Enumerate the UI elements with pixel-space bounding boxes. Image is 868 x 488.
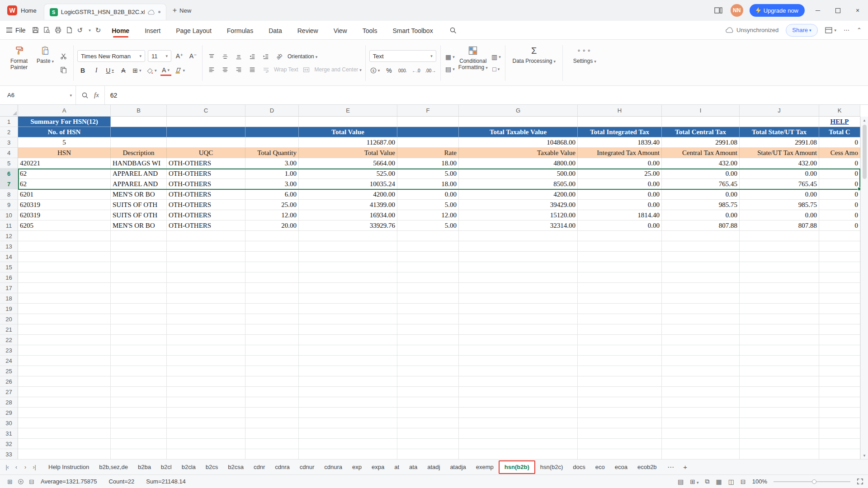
- cell-I11[interactable]: 807.88: [662, 221, 740, 231]
- cell-J10[interactable]: 0.00: [740, 210, 819, 221]
- cell-G1[interactable]: [459, 117, 578, 127]
- cell-C23[interactable]: [167, 345, 245, 356]
- cell-F1[interactable]: [397, 117, 459, 127]
- cell-E8[interactable]: 4200.00: [299, 189, 397, 200]
- increase-indent-icon[interactable]: [260, 52, 271, 61]
- cell-G25[interactable]: [459, 366, 578, 376]
- cell-A12[interactable]: [18, 231, 111, 241]
- column-header-J[interactable]: J: [740, 105, 819, 117]
- row-header-11[interactable]: 11: [0, 221, 18, 231]
- user-avatar[interactable]: NN: [731, 4, 743, 17]
- column-header-D[interactable]: D: [245, 105, 299, 117]
- cell-H10[interactable]: 1814.40: [578, 210, 662, 221]
- close-button[interactable]: ×: [851, 4, 864, 17]
- cell-H19[interactable]: [578, 304, 662, 314]
- cell-E9[interactable]: 41399.00: [299, 200, 397, 210]
- select-all-corner[interactable]: [0, 105, 18, 117]
- cell-A21[interactable]: [18, 324, 111, 335]
- cell-G19[interactable]: [459, 304, 578, 314]
- row-header-2[interactable]: 2: [0, 127, 18, 137]
- menu-tab-view[interactable]: View: [333, 23, 348, 38]
- align-bottom-icon[interactable]: [233, 52, 244, 61]
- cell-J5[interactable]: 432.00: [740, 158, 819, 169]
- cell-K1[interactable]: HELP: [819, 117, 860, 127]
- sheet-tab-exemp[interactable]: exemp: [471, 460, 499, 474]
- cell-J32[interactable]: [740, 439, 819, 449]
- cell-K28[interactable]: [819, 397, 860, 408]
- file-menu[interactable]: File: [6, 27, 26, 34]
- cell-F6[interactable]: 5.00: [397, 169, 459, 179]
- more-options-icon[interactable]: ⋯: [844, 27, 849, 33]
- cell-E29[interactable]: [299, 408, 397, 418]
- cell-I22[interactable]: [662, 335, 740, 345]
- cell-A16[interactable]: [18, 272, 111, 283]
- sheet-tab-expa[interactable]: expa: [367, 460, 389, 474]
- cell-B21[interactable]: [111, 324, 167, 335]
- cell-D33[interactable]: [245, 449, 299, 459]
- cell-D15[interactable]: [245, 262, 299, 272]
- row-header-19[interactable]: 19: [0, 304, 18, 314]
- prev-sheet-button[interactable]: ‹: [12, 464, 21, 470]
- cell-K24[interactable]: [819, 356, 860, 366]
- format-as-table-button[interactable]: ▦▾: [444, 52, 455, 61]
- sheet-tab-hsn-b2c-[interactable]: hsn(b2c): [535, 460, 568, 474]
- name-box[interactable]: A6 ▾: [0, 86, 76, 104]
- cell-G17[interactable]: [459, 283, 578, 293]
- cell-E14[interactable]: [299, 252, 397, 262]
- orientation-button[interactable]: Orientation▾: [288, 53, 317, 60]
- cell-K11[interactable]: 0: [819, 221, 860, 231]
- cell-F33[interactable]: [397, 449, 459, 459]
- row-header-12[interactable]: 12: [0, 231, 18, 241]
- insert-function-button[interactable]: fx: [94, 91, 99, 99]
- cell-I8[interactable]: 0.00: [662, 189, 740, 200]
- cell-G15[interactable]: [459, 262, 578, 272]
- strikethrough-button[interactable]: A: [118, 65, 129, 76]
- row-header-21[interactable]: 21: [0, 324, 18, 335]
- cell-J13[interactable]: [740, 241, 819, 252]
- cell-D2[interactable]: [245, 127, 299, 137]
- cell-K22[interactable]: [819, 335, 860, 345]
- cell-C27[interactable]: [167, 387, 245, 397]
- cell-K10[interactable]: 0: [819, 210, 860, 221]
- row-header-32[interactable]: 32: [0, 439, 18, 449]
- cell-E7[interactable]: 10035.24: [299, 179, 397, 189]
- cell-G20[interactable]: [459, 314, 578, 324]
- bold-button[interactable]: B: [77, 65, 88, 76]
- menu-tab-home[interactable]: Home: [111, 23, 130, 38]
- minimize-button[interactable]: ─: [811, 4, 825, 17]
- cell-H12[interactable]: [578, 231, 662, 241]
- cell-F20[interactable]: [397, 314, 459, 324]
- cell-D12[interactable]: [245, 231, 299, 241]
- normal-view-icon[interactable]: ▦: [716, 478, 722, 485]
- cell-K6[interactable]: 0: [819, 169, 860, 179]
- cell-F4[interactable]: Rate: [397, 148, 459, 158]
- cell-E33[interactable]: [299, 449, 397, 459]
- cell-J31[interactable]: [740, 428, 819, 439]
- cell-B7[interactable]: APPAREL AND: [111, 179, 167, 189]
- cell-E24[interactable]: [299, 356, 397, 366]
- page-layout-view-icon[interactable]: ◫: [728, 478, 734, 485]
- sheet-tab-cdnr[interactable]: cdnr: [249, 460, 270, 474]
- italic-button[interactable]: I: [91, 65, 102, 76]
- cell-C33[interactable]: [167, 449, 245, 459]
- cell-K25[interactable]: [819, 366, 860, 376]
- next-sheet-button[interactable]: ›: [21, 464, 30, 470]
- cell-D19[interactable]: [245, 304, 299, 314]
- sheet-tab-eco[interactable]: eco: [590, 460, 610, 474]
- zoom-level[interactable]: 100%: [752, 478, 767, 485]
- cell-G6[interactable]: 500.00: [459, 169, 578, 179]
- cell-D18[interactable]: [245, 293, 299, 304]
- cell-G30[interactable]: [459, 418, 578, 428]
- cell-H30[interactable]: [578, 418, 662, 428]
- cell-C4[interactable]: UQC: [167, 148, 245, 158]
- cell-C32[interactable]: [167, 439, 245, 449]
- cell-I20[interactable]: [662, 314, 740, 324]
- cell-F29[interactable]: [397, 408, 459, 418]
- cell-J22[interactable]: [740, 335, 819, 345]
- cell-E31[interactable]: [299, 428, 397, 439]
- cell-A23[interactable]: [18, 345, 111, 356]
- cell-G32[interactable]: [459, 439, 578, 449]
- cell-I17[interactable]: [662, 283, 740, 293]
- row-header-16[interactable]: 16: [0, 272, 18, 283]
- menu-tab-insert[interactable]: Insert: [144, 23, 161, 38]
